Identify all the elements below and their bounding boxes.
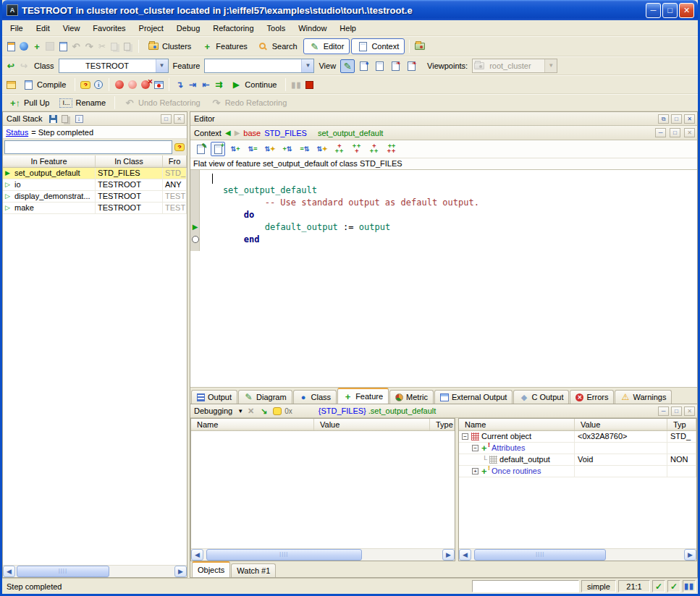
menu-edit[interactable]: Edit (30, 22, 56, 35)
forward-icon[interactable]: ↪ (18, 60, 30, 72)
scroll-left-icon[interactable]: ◀ (191, 549, 203, 561)
save-call-stack-icon[interactable] (48, 114, 59, 124)
tab-diagram[interactable]: ✎Diagram (238, 390, 292, 404)
tab-feature[interactable]: +Feature (337, 388, 389, 404)
continue-button[interactable]: ▶ Continue (226, 77, 281, 93)
menu-window[interactable]: Window (292, 22, 333, 35)
menu-file[interactable]: File (4, 22, 30, 35)
flat-contract-view-icon[interactable]: =⇅ (298, 142, 312, 156)
editor-gutter[interactable]: ▶ (190, 170, 200, 251)
editor-close-icon[interactable]: ✕ (684, 114, 695, 124)
context-close-icon[interactable]: ✕ (684, 128, 695, 137)
undo-refactoring-button[interactable]: ↶ Undo Refactoring (119, 95, 205, 111)
debugging-maximize-icon[interactable]: □ (671, 406, 682, 416)
debugging-close-watch-icon[interactable]: ✕ (245, 406, 256, 416)
descendants-icon[interactable]: +++ (350, 142, 364, 156)
code-line[interactable]: -- Use standard output as default output… (202, 197, 697, 210)
object-tree-row[interactable]: −Current object<0x32A8760>STD_ (459, 431, 696, 443)
tab-watch-1[interactable]: Watch #1 (231, 563, 276, 577)
context-forward-icon[interactable]: ▶ (235, 129, 240, 137)
context-toggle-button[interactable]: Context (351, 38, 405, 54)
debugging-minimize-icon[interactable]: ─ (658, 406, 669, 416)
interface-view-icon[interactable]: ⇅✦ (263, 142, 277, 156)
objects-column-type[interactable]: Typ (667, 419, 696, 430)
editor-restore-icon[interactable]: ⧉ (658, 114, 669, 124)
scroll-right-icon[interactable]: ▶ (442, 549, 455, 561)
step-out-icon[interactable]: ⇤ (200, 79, 211, 90)
remove-breakpoints-icon[interactable]: ✕ (140, 79, 151, 90)
watch-hscrollbar[interactable]: ◀ ▶ (191, 548, 455, 561)
call-stack-row[interactable]: ▶set_output_defaultSTD_FILESSTD_ (3, 168, 187, 179)
view-flat-icon[interactable] (372, 59, 387, 73)
scroll-thumb[interactable] (474, 549, 606, 561)
rename-button[interactable]: I... Rename (55, 96, 110, 110)
clusters-button[interactable]: Clusters (143, 38, 195, 54)
ancestors-icon[interactable]: +++ (332, 142, 347, 156)
menu-refactoring[interactable]: Refactoring (206, 22, 260, 35)
tab-warnings[interactable]: ⚠Warnings (615, 390, 672, 404)
view-clickable-icon[interactable]: ● (356, 59, 371, 73)
debug-context-feature[interactable]: .set_output_default (368, 406, 437, 415)
menu-view[interactable]: View (56, 22, 87, 35)
feature-combo[interactable]: ▼ (204, 59, 314, 73)
stack-depth-icon[interactable]: ↓ (74, 114, 85, 124)
undo-icon[interactable]: ↶ (70, 41, 82, 52)
paste-icon[interactable] (122, 41, 134, 52)
collapse-icon[interactable]: − (472, 445, 478, 451)
redo-refactoring-button[interactable]: ↷ Redo Refactoring (206, 95, 292, 111)
context-maximize-icon[interactable]: □ (670, 128, 680, 137)
tab-output[interactable]: Output (191, 390, 237, 404)
open-file-icon[interactable] (18, 41, 30, 52)
view-contract-icon[interactable]: ❧ (388, 59, 402, 73)
pull-up-button[interactable]: +↑ Pull Up (5, 95, 54, 111)
copy-call-stack-icon[interactable] (61, 114, 72, 124)
watch-column-value[interactable]: Value (314, 419, 430, 430)
clickable-view-icon[interactable]: ⇅+ (228, 142, 243, 156)
scroll-thumb[interactable] (17, 566, 109, 577)
call-stack-filter-input[interactable] (4, 140, 172, 154)
view-interface-icon[interactable]: ❧ (404, 59, 418, 73)
menu-project[interactable]: Project (132, 22, 170, 35)
tab-metric[interactable]: Metric (389, 390, 434, 404)
code-line[interactable]: do (202, 210, 697, 222)
view-editable-icon[interactable]: ✎ (340, 59, 355, 73)
debug-context-class[interactable]: {STD_FILES} (319, 406, 366, 415)
code-line[interactable]: end (202, 234, 697, 247)
scroll-thumb[interactable] (206, 549, 362, 561)
menu-favorites[interactable]: Favorites (86, 22, 132, 35)
code-line[interactable]: default_output := output (202, 222, 697, 234)
column-in-feature[interactable]: In Feature (3, 156, 96, 167)
suppliers-icon[interactable]: ++++ (384, 142, 399, 156)
disable-breakpoints-icon[interactable] (127, 79, 138, 90)
minimize-button[interactable]: ─ (646, 3, 661, 18)
enable-breakpoints-icon[interactable] (114, 79, 125, 90)
object-tree-row[interactable]: +Once routines (459, 466, 696, 477)
step-over-icon[interactable]: ↴ (174, 79, 185, 90)
debugging-close-icon[interactable]: ✕ (684, 406, 695, 416)
pause-icon[interactable]: ▮▮ (290, 79, 302, 90)
code-area[interactable]: ▶ set_output_default -- Use standard out… (190, 170, 697, 387)
tab-external-output[interactable]: External Output (434, 390, 513, 404)
editable-view-icon[interactable]: ✎ (193, 142, 208, 156)
objects-hscrollbar[interactable]: ◀ ▶ (459, 548, 696, 561)
features-button[interactable]: + Features (197, 38, 251, 54)
save-all-icon[interactable] (57, 41, 69, 52)
contract-view-icon[interactable]: ⇅= (245, 142, 260, 156)
context-ancestor-link[interactable]: base (243, 129, 261, 137)
stop-icon[interactable] (303, 79, 315, 90)
column-from[interactable]: Fro (163, 156, 187, 167)
call-stack-row[interactable]: ▷makeTESTROOTTEST (3, 203, 187, 214)
class-combo[interactable]: TESTROOT ▼ (59, 59, 169, 73)
flat-editable-view-icon[interactable]: + (211, 142, 225, 156)
tab-errors[interactable]: ✕Errors (570, 390, 614, 404)
external-commands-icon[interactable] (414, 41, 426, 52)
debugging-menu-arrow-icon[interactable]: ▼ (237, 408, 243, 414)
column-in-class[interactable]: In Class (96, 156, 163, 167)
menu-tools[interactable]: Tools (261, 22, 292, 35)
compile-button[interactable]: Compile (18, 77, 70, 93)
save-icon[interactable] (44, 41, 56, 52)
expand-icon[interactable]: + (472, 468, 478, 474)
flat-clickable-view-icon[interactable]: +⇅ (280, 142, 295, 156)
context-minimize-icon[interactable]: ─ (655, 128, 666, 137)
call-stack-row[interactable]: ▷ioTESTROOTANY (3, 179, 187, 191)
